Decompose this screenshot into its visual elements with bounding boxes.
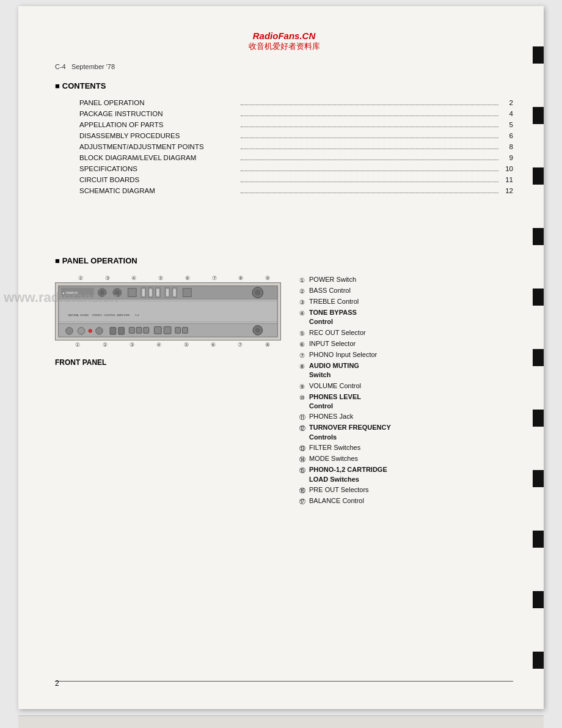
contents-page: 8 <box>501 143 513 150</box>
panel-item: ⑮ PHONO-1,2 CARTRIDGELOAD Switches <box>299 465 513 484</box>
front-panel-label: FRONT PANEL <box>55 358 106 367</box>
panel-item-text: TREBLE Control <box>309 297 359 306</box>
panel-item-text: REC OUT Selector <box>309 328 366 337</box>
panel-item: ⑥ INPUT Selector <box>299 339 513 349</box>
bar <box>533 652 544 669</box>
svg-rect-35 <box>182 327 188 333</box>
svg-rect-9 <box>128 289 136 297</box>
bar <box>533 349 544 366</box>
svg-point-24 <box>78 327 85 334</box>
contents-label: DISASSEMBLY PROCEDURES <box>79 132 238 139</box>
panel-item-text: PHONES Jack <box>309 412 353 421</box>
svg-rect-28 <box>119 327 125 334</box>
contents-page: 11 <box>501 176 513 183</box>
contents-row: DISASSEMBLY PROCEDURES 6 <box>79 132 513 140</box>
contents-dots <box>241 193 498 193</box>
front-panel-area: ② ③ ④ ⑤ ⑥ ⑦ ⑧ ⑨ www.radiofans.cn <box>55 275 513 507</box>
svg-text:C-4: C-4 <box>135 314 139 317</box>
doc-info: C-4 September '78 <box>55 63 513 70</box>
panel-item: ④ TONE BYPASSControl <box>299 308 513 327</box>
panel-item: ⑦ PHONO Input Selector <box>299 350 513 360</box>
num-labels-top: ② ③ ④ ⑤ ⑥ ⑦ ⑧ ⑨ <box>55 275 287 281</box>
svg-point-26 <box>96 327 103 334</box>
site-name: RadioFans.CN <box>55 31 513 41</box>
contents-dots <box>241 138 498 138</box>
contents-page: 4 <box>501 110 513 117</box>
contents-label: CIRCUIT BOARDS <box>79 176 238 183</box>
contents-row: APPELLATION OF PARTS 5 <box>79 121 513 129</box>
contents-page: 6 <box>501 132 513 139</box>
contents-dots <box>241 171 498 171</box>
header-watermark: RadioFans.CN 收音机爱好者资料库 <box>55 31 513 52</box>
bar <box>533 46 544 64</box>
panel-item: ⑤ REC OUT Selector <box>299 328 513 338</box>
bar <box>533 531 544 548</box>
contents-dots <box>241 160 498 160</box>
contents-label: ADJUSTMENT/ADJUSTMENT POINTS <box>79 143 238 150</box>
svg-text:STEREO: STEREO <box>92 314 102 317</box>
bar <box>533 410 544 427</box>
contents-page: 10 <box>501 165 513 172</box>
doc-date: September '78 <box>71 63 115 70</box>
contents-label: SPECIFICATIONS <box>79 165 238 172</box>
panel-item: ⑩ PHONES LEVELControl <box>299 392 513 411</box>
panel-item-text: POWER Switch <box>309 275 356 284</box>
svg-rect-31 <box>144 327 149 333</box>
svg-rect-27 <box>110 327 116 334</box>
panel-item-text: MODE Switches <box>309 454 358 463</box>
svg-point-6 <box>100 290 104 295</box>
panel-item-text: PRE OUT Selectors <box>309 485 369 495</box>
svg-point-8 <box>115 290 120 295</box>
amp-diagram: ● YAMAHA <box>55 282 281 340</box>
contents-label: SCHEMATIC DIAGRAM <box>79 187 238 194</box>
panel-item: ③ TREBLE Control <box>299 297 513 307</box>
svg-rect-29 <box>129 327 134 333</box>
svg-text:CONTROL: CONTROL <box>104 314 116 317</box>
bottom-fold <box>18 715 544 728</box>
svg-rect-17 <box>166 289 169 296</box>
contents-dots <box>241 105 498 105</box>
svg-rect-34 <box>175 327 181 333</box>
panel-operation-title: PANEL OPERATION <box>55 256 513 265</box>
bar <box>533 289 544 306</box>
contents-title: CONTENTS <box>55 81 513 90</box>
panel-item-text: BASS Control <box>309 286 351 295</box>
panel-item-text: INPUT Selector <box>309 339 356 348</box>
contents-row: BLOCK DIAGRAM/LEVEL DIAGRAM 9 <box>79 154 513 162</box>
front-panel-label-container: FRONT PANEL <box>55 356 287 367</box>
contents-page: 2 <box>501 99 513 106</box>
contents-page: 12 <box>501 187 513 194</box>
svg-point-22 <box>255 290 261 296</box>
panel-item-text: VOLUME Control <box>309 381 361 391</box>
panel-item-text: FILTER Switches <box>309 443 360 452</box>
panel-item: ⑪ PHONES Jack <box>299 412 513 422</box>
svg-rect-13 <box>150 289 152 296</box>
panel-item-text: PHONO Input Selector <box>309 350 377 359</box>
panel-item: ⑬ FILTER Switches <box>299 443 513 453</box>
svg-rect-30 <box>136 327 142 333</box>
panel-operation-section: PANEL OPERATION ② ③ ④ ⑤ ⑥ ⑦ ⑧ ⑨ www.radi… <box>55 256 513 507</box>
bar <box>533 228 544 245</box>
svg-text:SOUND: SOUND <box>80 314 89 317</box>
svg-rect-15 <box>156 289 159 296</box>
svg-text:NATURAL: NATURAL <box>68 314 80 317</box>
panel-item-text: AUDIO MUTINGSwitch <box>309 361 359 380</box>
bar <box>533 470 544 487</box>
contents-page: 5 <box>501 121 513 128</box>
panel-item: ⑭ MODE Switches <box>299 454 513 464</box>
right-bars <box>533 6 544 709</box>
amp-image-container: www.radiofans.cn ● YAMAHA <box>55 282 287 340</box>
svg-point-37 <box>255 328 260 333</box>
svg-point-23 <box>66 327 73 334</box>
bar <box>533 591 544 608</box>
contents-row: SCHEMATIC DIAGRAM 12 <box>79 187 513 195</box>
bottom-line <box>55 681 513 682</box>
bar <box>533 107 544 124</box>
contents-label: BLOCK DIAGRAM/LEVEL DIAGRAM <box>79 154 238 161</box>
front-panel-left: ② ③ ④ ⑤ ⑥ ⑦ ⑧ ⑨ www.radiofans.cn <box>55 275 287 507</box>
panel-item: ⑨ VOLUME Control <box>299 381 513 391</box>
panel-item: ① POWER Switch <box>299 275 513 285</box>
svg-rect-11 <box>142 289 145 296</box>
contents-row: SPECIFICATIONS 10 <box>79 165 513 173</box>
panel-item: ⑫ TURNOVER FREQUENCYControls <box>299 423 513 442</box>
